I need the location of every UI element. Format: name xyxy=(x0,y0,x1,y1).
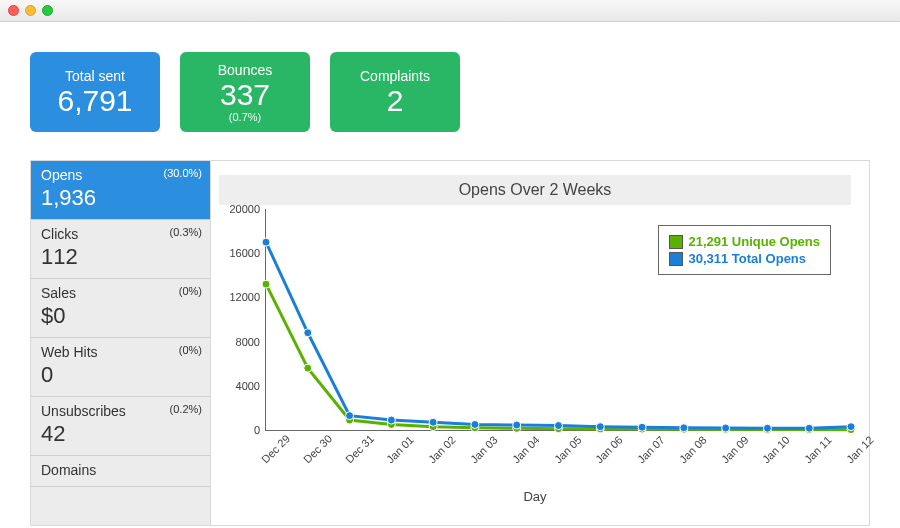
x-tick-label: Jan 05 xyxy=(552,434,584,466)
x-tick-label: Jan 10 xyxy=(760,434,792,466)
card-complaints[interactable]: Complaints 2 xyxy=(330,52,460,132)
sidebar-item-sales[interactable]: (0%)Sales$0 xyxy=(31,279,210,338)
window-titlebar xyxy=(0,0,900,22)
y-tick-label: 16000 xyxy=(224,247,260,259)
x-axis-labels: Dec 29Dec 30Dec 31Jan 01Jan 02Jan 03Jan … xyxy=(265,433,851,463)
series-point xyxy=(262,280,270,288)
sidebar-item-value: 112 xyxy=(41,244,200,270)
y-tick-label: 20000 xyxy=(224,203,260,215)
sidebar-item-pct: (0%) xyxy=(179,285,202,297)
card-label: Bounces xyxy=(184,62,306,78)
series-point xyxy=(847,423,855,431)
sidebar-item-pct: (30.0%) xyxy=(163,167,202,179)
series-point xyxy=(722,424,730,432)
series-point xyxy=(429,418,437,426)
sidebar-item-pct: (0.3%) xyxy=(170,226,202,238)
card-bounces[interactable]: Bounces 337 (0.7%) xyxy=(180,52,310,132)
x-axis-title: Day xyxy=(219,489,851,504)
legend-swatch-icon xyxy=(669,252,683,266)
x-tick-label: Jan 06 xyxy=(593,434,625,466)
x-tick-label: Jan 09 xyxy=(719,434,751,466)
x-tick-label: Jan 01 xyxy=(384,434,416,466)
card-label: Complaints xyxy=(334,68,456,84)
series-point xyxy=(304,364,312,372)
sidebar-item-label: Domains xyxy=(41,462,200,478)
summary-cards: Total sent 6,791 Bounces 337 (0.7%) Comp… xyxy=(0,22,900,152)
sidebar-item-value: 42 xyxy=(41,421,200,447)
x-tick-label: Jan 03 xyxy=(468,434,500,466)
series-point xyxy=(638,423,646,431)
card-label: Total sent xyxy=(34,68,156,84)
x-tick-label: Dec 29 xyxy=(259,432,292,465)
series-point xyxy=(513,421,521,429)
sidebar: (30.0%)Opens1,936(0.3%)Clicks112(0%)Sale… xyxy=(31,161,211,525)
main-panel: (30.0%)Opens1,936(0.3%)Clicks112(0%)Sale… xyxy=(30,160,870,526)
series-point xyxy=(680,424,688,432)
series-point xyxy=(763,424,771,432)
x-tick-label: Dec 31 xyxy=(343,432,376,465)
x-tick-label: Jan 08 xyxy=(677,434,709,466)
series-point xyxy=(304,329,312,337)
x-tick-label: Jan 02 xyxy=(426,434,458,466)
chart-legend: 21,291 Unique Opens 30,311 Total Opens xyxy=(658,225,832,275)
sidebar-item-label: Web Hits xyxy=(41,344,200,360)
series-point xyxy=(346,412,354,420)
legend-swatch-icon xyxy=(669,235,683,249)
window-close-icon[interactable] xyxy=(8,5,19,16)
card-value: 337 xyxy=(184,78,306,111)
chart-plot: 21,291 Unique Opens 30,311 Total Opens 0… xyxy=(265,209,851,461)
sidebar-item-value: 1,936 xyxy=(41,185,200,211)
chart-container: Opens Over 2 Weeks 21,291 Unique Opens 3… xyxy=(211,161,869,525)
series-point xyxy=(262,238,270,246)
y-tick-label: 8000 xyxy=(224,336,260,348)
card-value: 2 xyxy=(334,84,456,117)
x-tick-label: Jan 11 xyxy=(802,434,834,466)
series-point xyxy=(555,422,563,430)
series-line xyxy=(266,284,851,430)
y-tick-label: 0 xyxy=(224,424,260,436)
window-minimize-icon[interactable] xyxy=(25,5,36,16)
series-point xyxy=(596,423,604,431)
sidebar-item-value: $0 xyxy=(41,303,200,329)
x-tick-label: Jan 07 xyxy=(635,434,667,466)
sidebar-item-web-hits[interactable]: (0%)Web Hits0 xyxy=(31,338,210,397)
series-point xyxy=(387,416,395,424)
sidebar-item-pct: (0%) xyxy=(179,344,202,356)
series-point xyxy=(471,420,479,428)
card-value: 6,791 xyxy=(34,84,156,117)
sidebar-item-clicks[interactable]: (0.3%)Clicks112 xyxy=(31,220,210,279)
plot-area: 21,291 Unique Opens 30,311 Total Opens 0… xyxy=(265,209,851,431)
series-point xyxy=(805,424,813,432)
y-tick-label: 4000 xyxy=(224,380,260,392)
sidebar-item-domains[interactable]: Domains xyxy=(31,456,210,487)
legend-unique-opens[interactable]: 21,291 Unique Opens xyxy=(669,234,821,249)
sidebar-item-unsubscribes[interactable]: (0.2%)Unsubscribes42 xyxy=(31,397,210,456)
sidebar-item-opens[interactable]: (30.0%)Opens1,936 xyxy=(31,161,210,220)
legend-label: 30,311 Total Opens xyxy=(689,251,807,266)
sidebar-item-value: 0 xyxy=(41,362,200,388)
x-tick-label: Jan 12 xyxy=(844,434,876,466)
card-sub: (0.7%) xyxy=(184,111,306,123)
sidebar-item-pct: (0.2%) xyxy=(170,403,202,415)
y-tick-label: 12000 xyxy=(224,291,260,303)
card-total-sent[interactable]: Total sent 6,791 xyxy=(30,52,160,132)
sidebar-item-label: Sales xyxy=(41,285,200,301)
window-zoom-icon[interactable] xyxy=(42,5,53,16)
legend-total-opens[interactable]: 30,311 Total Opens xyxy=(669,251,821,266)
chart-title: Opens Over 2 Weeks xyxy=(219,175,851,205)
legend-label: 21,291 Unique Opens xyxy=(689,234,821,249)
x-tick-label: Jan 04 xyxy=(510,434,542,466)
x-tick-label: Dec 30 xyxy=(301,432,334,465)
